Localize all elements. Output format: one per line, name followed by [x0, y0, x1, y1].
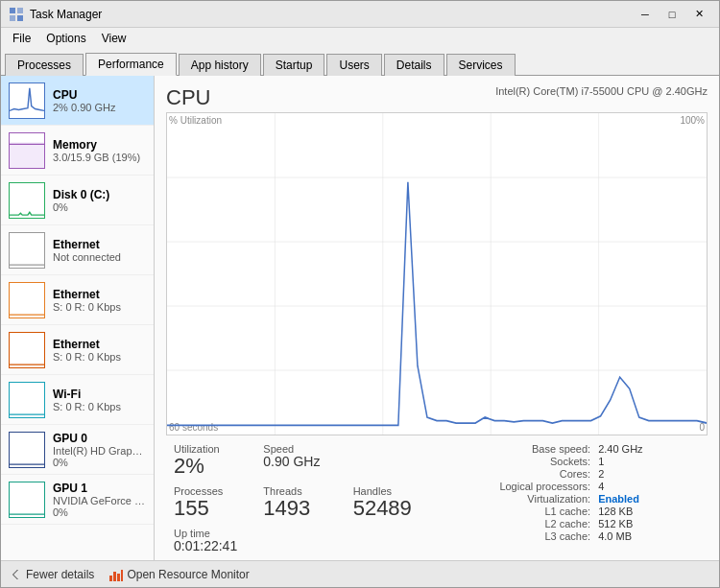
svg-rect-16	[117, 574, 120, 581]
ethernet1-detail: Not connected	[53, 251, 146, 263]
menu-options[interactable]: Options	[38, 30, 93, 47]
cores-val: 2	[598, 468, 700, 480]
utilization-value: 2%	[174, 455, 248, 478]
gpu1-detail1: NVIDIA GeForce GTX 950	[53, 495, 146, 506]
sidebar-item-memory[interactable]: Memory 3.0/15.9 GB (19%)	[1, 126, 154, 176]
sidebar-item-cpu[interactable]: CPU 2% 0.90 GHz	[1, 76, 154, 126]
sidebar: CPU 2% 0.90 GHz Memory 3.0/15.9 GB (19%)	[1, 76, 155, 560]
wifi-thumbnail	[9, 382, 45, 418]
svg-rect-15	[113, 572, 116, 581]
stat-threads: Threads 1493	[255, 482, 345, 524]
memory-name: Memory	[53, 138, 146, 152]
svg-marker-13	[12, 570, 18, 579]
sidebar-item-wifi[interactable]: Wi-Fi S: 0 R: 0 Kbps	[1, 375, 154, 425]
cores-key: Cores:	[443, 468, 590, 480]
gpu0-name: GPU 0	[53, 432, 146, 445]
sockets-key: Sockets:	[443, 456, 590, 467]
ethernet3-detail: S: 0 R: 0 Kbps	[53, 351, 146, 363]
cpu-chart-svg	[167, 113, 707, 435]
memory-detail: 3.0/15.9 GB (19%)	[53, 152, 146, 163]
handles-value: 52489	[353, 497, 427, 520]
tab-users[interactable]: Users	[326, 54, 381, 76]
tab-processes[interactable]: Processes	[5, 54, 84, 76]
speed-value: 0.90 GHz	[263, 455, 337, 469]
wifi-detail: S: 0 R: 0 Kbps	[53, 401, 146, 412]
sockets-val: 1	[598, 456, 700, 467]
task-manager-window: Task Manager ─ □ ✕ File Options View Pro…	[0, 0, 720, 588]
svg-rect-4	[10, 142, 44, 168]
sidebar-item-ethernet3[interactable]: Ethernet S: 0 R: 0 Kbps	[1, 325, 154, 375]
menu-file[interactable]: File	[5, 30, 38, 47]
sidebar-item-ethernet2[interactable]: Ethernet S: 0 R: 0 Kbps	[1, 275, 154, 325]
app-icon	[9, 7, 24, 22]
disk-thumbnail	[9, 182, 45, 219]
virtualization-val: Enabled	[598, 493, 700, 505]
gpu0-label: GPU 0 Intel(R) HD Graphics 550 0%	[53, 432, 146, 468]
gpu1-thumbnail	[9, 482, 45, 518]
stats-left: Utilization 2% Speed 0.90 GHz Processes …	[166, 439, 435, 554]
tab-startup[interactable]: Startup	[263, 54, 325, 76]
memory-label: Memory 3.0/15.9 GB (19%)	[53, 138, 146, 163]
gpu0-detail2: 0%	[53, 457, 146, 468]
window-controls: ─ □ ✕	[633, 5, 711, 24]
l1-val: 128 KB	[598, 506, 700, 517]
l3-val: 4.0 MB	[598, 530, 700, 542]
content-area: CPU 2% 0.90 GHz Memory 3.0/15.9 GB (19%)	[1, 76, 719, 560]
menu-view[interactable]: View	[94, 30, 134, 47]
disk-detail: 0%	[53, 201, 146, 213]
sidebar-item-disk[interactable]: Disk 0 (C:) 0%	[1, 176, 154, 225]
title-bar: Task Manager ─ □ ✕	[1, 1, 719, 28]
l3-key: L3 cache:	[443, 530, 590, 542]
logical-key: Logical processors:	[443, 481, 590, 492]
l2-key: L2 cache:	[443, 518, 590, 529]
menu-bar: File Options View	[1, 28, 719, 49]
disk-label: Disk 0 (C:) 0%	[53, 188, 146, 213]
tab-details[interactable]: Details	[384, 54, 444, 76]
stat-handles: Handles 52489	[346, 482, 435, 524]
virtualization-key: Virtualization:	[443, 493, 590, 505]
tab-performance[interactable]: Performance	[85, 53, 177, 76]
sidebar-item-ethernet1[interactable]: Ethernet Not connected	[1, 225, 154, 275]
tab-services[interactable]: Services	[446, 54, 516, 76]
tab-app-history[interactable]: App history	[179, 54, 261, 76]
panel-title: CPU	[166, 85, 210, 110]
open-resource-label: Open Resource Monitor	[127, 568, 249, 581]
stat-processes: Processes 155	[166, 482, 255, 524]
ethernet2-name: Ethernet	[53, 288, 146, 301]
stats-area: Utilization 2% Speed 0.90 GHz Processes …	[166, 439, 708, 554]
gpu0-thumbnail	[9, 432, 45, 468]
ethernet1-label: Ethernet Not connected	[53, 238, 146, 263]
cpu-spec-name: Intel(R) Core(TM) i7-5500U CPU @ 2.40GHz	[495, 85, 708, 97]
cpu-graph: % Utilization 100% 60 seconds 0	[166, 112, 708, 435]
wifi-name: Wi-Fi	[53, 388, 146, 401]
fewer-details-button[interactable]: Fewer details	[9, 568, 94, 581]
footer: Fewer details Open Resource Monitor	[1, 560, 719, 587]
threads-value: 1493	[263, 497, 337, 520]
svg-rect-1	[17, 8, 23, 13]
svg-rect-2	[10, 15, 15, 21]
tab-bar: Processes Performance App history Startu…	[1, 49, 719, 76]
main-panel: CPU Intel(R) Core(TM) i7-5500U CPU @ 2.4…	[155, 76, 719, 560]
minimize-button[interactable]: ─	[633, 5, 658, 24]
close-button[interactable]: ✕	[686, 5, 711, 24]
stat-empty	[346, 439, 435, 482]
svg-rect-17	[121, 570, 123, 581]
ethernet3-label: Ethernet S: 0 R: 0 Kbps	[53, 338, 146, 363]
ethernet3-name: Ethernet	[53, 338, 146, 351]
memory-thumbnail	[9, 132, 45, 169]
sidebar-item-gpu0[interactable]: GPU 0 Intel(R) HD Graphics 550 0%	[1, 425, 154, 475]
ethernet2-detail: S: 0 R: 0 Kbps	[53, 301, 146, 313]
window-title: Task Manager	[30, 8, 633, 21]
cpu-label: CPU 2% 0.90 GHz	[53, 88, 146, 113]
gpu0-detail1: Intel(R) HD Graphics 550	[53, 445, 146, 457]
cpu-detail: 2% 0.90 GHz	[53, 102, 146, 113]
gpu1-detail2: 0%	[53, 506, 146, 518]
maximize-button[interactable]: □	[660, 5, 684, 24]
gpu1-label: GPU 1 NVIDIA GeForce GTX 950 0%	[53, 482, 146, 518]
processes-value: 155	[174, 497, 248, 520]
sidebar-item-gpu1[interactable]: GPU 1 NVIDIA GeForce GTX 950 0%	[1, 475, 154, 525]
open-resource-monitor-button[interactable]: Open Resource Monitor	[109, 568, 249, 581]
disk-name: Disk 0 (C:)	[53, 188, 146, 201]
svg-rect-3	[17, 15, 23, 21]
chevron-left-icon	[9, 568, 22, 581]
